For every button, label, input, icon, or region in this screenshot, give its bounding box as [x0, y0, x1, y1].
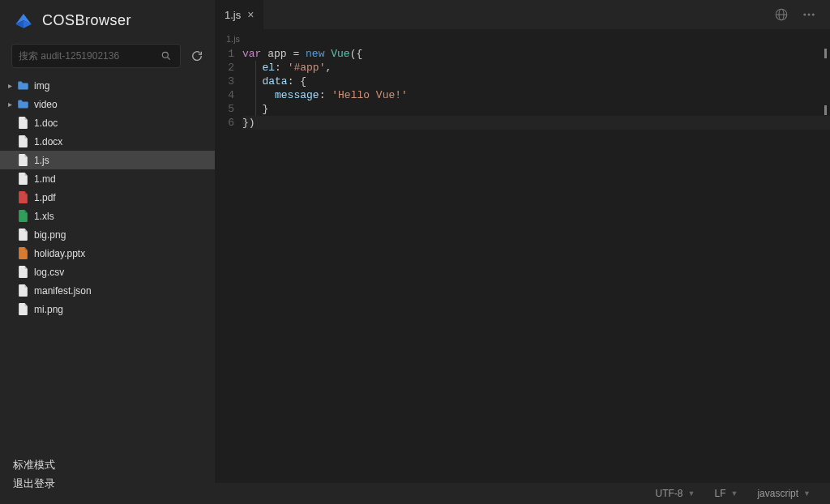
more-icon[interactable] [801, 6, 817, 23]
line-number: 3 [215, 75, 234, 88]
file-item[interactable]: 1.pdf [0, 188, 215, 207]
file-tree: ▸img▸video1.doc1.docx1.js1.md1.pdf1.xlsb… [0, 76, 215, 448]
active-line: }) [242, 116, 830, 130]
file-label: holiday.pptx [34, 248, 85, 259]
statusbar: UTF-8▼ LF▼ javascript▼ [215, 483, 830, 504]
file-label: manifest.json [34, 285, 92, 297]
main: 1.js × 1.js 123456 var app = new Vue({ e… [215, 0, 830, 504]
status-language[interactable]: javascript▼ [749, 488, 819, 499]
sidebar-footer: 标准模式 退出登录 [0, 448, 215, 504]
status-encoding[interactable]: UTF-8▼ [648, 488, 704, 499]
file-icon [16, 229, 29, 241]
file-label: 1.js [34, 155, 49, 166]
svg-point-3 [162, 52, 168, 58]
file-icon [16, 210, 29, 223]
code-editor[interactable]: 123456 var app = new Vue({ el: '#app', d… [215, 45, 830, 483]
svg-point-8 [803, 14, 806, 16]
file-label: big.png [34, 229, 66, 241]
globe-icon[interactable] [773, 6, 789, 23]
chevron-down-icon: ▼ [730, 489, 738, 498]
line-number: 5 [215, 102, 234, 116]
file-label: 1.xls [34, 211, 54, 222]
file-icon [16, 284, 29, 297]
sidebar: COSBrowser ▸img▸video1.doc1.docx1.js1.md… [0, 0, 215, 504]
app-title: COSBrowser [42, 12, 131, 29]
file-item[interactable]: manifest.json [0, 281, 215, 300]
file-label: 1.doc [34, 117, 58, 129]
folder-item[interactable]: ▸video [0, 95, 215, 113]
file-item[interactable]: mi.png [0, 300, 215, 318]
file-item[interactable]: big.png [0, 225, 215, 244]
chevron-down-icon: ▼ [803, 489, 811, 498]
folder-label: video [34, 99, 58, 110]
line-number: 1 [215, 47, 234, 61]
file-item[interactable]: 1.md [0, 169, 215, 188]
status-eol[interactable]: LF▼ [706, 488, 746, 499]
topbar-actions [760, 6, 830, 23]
line-number: 6 [215, 116, 234, 130]
search-icon[interactable] [159, 49, 173, 63]
file-icon [16, 247, 29, 260]
folder-icon [16, 98, 29, 111]
topbar: 1.js × [215, 0, 830, 29]
line-gutter: 123456 [215, 47, 242, 483]
code-area[interactable]: var app = new Vue({ el: '#app', data: { … [242, 47, 830, 483]
file-icon [16, 303, 29, 316]
tab-label: 1.js [225, 9, 241, 21]
breadcrumb: 1.js [215, 29, 830, 45]
brand: COSBrowser [0, 0, 215, 44]
file-label: log.csv [34, 267, 64, 278]
file-item[interactable]: log.csv [0, 263, 215, 281]
svg-point-10 [812, 14, 815, 16]
svg-point-9 [808, 14, 811, 16]
close-icon[interactable]: × [247, 8, 254, 21]
file-label: 1.docx [34, 136, 62, 147]
caret-right-icon: ▸ [5, 100, 15, 109]
folder-label: img [34, 80, 49, 92]
file-label: 1.md [34, 173, 56, 185]
line-number: 2 [215, 61, 234, 75]
search-input[interactable] [19, 50, 159, 62]
folder-item[interactable]: ▸img [0, 76, 215, 95]
file-item[interactable]: 1.docx [0, 132, 215, 151]
line-number: 4 [215, 88, 234, 102]
file-item[interactable]: 1.xls [0, 207, 215, 225]
logout-link[interactable]: 退出登录 [13, 475, 202, 493]
file-item[interactable]: 1.doc [0, 113, 215, 132]
search-row [0, 44, 215, 76]
search-box[interactable] [11, 44, 181, 68]
chevron-down-icon: ▼ [688, 489, 695, 498]
minimap-marker [824, 49, 827, 58]
file-icon [16, 191, 29, 204]
svg-line-4 [168, 58, 170, 60]
caret-right-icon: ▸ [5, 81, 15, 90]
file-icon [16, 135, 29, 148]
mode-switch[interactable]: 标准模式 [13, 456, 202, 475]
file-label: 1.pdf [34, 192, 56, 203]
tab-active[interactable]: 1.js × [215, 0, 263, 29]
file-icon [16, 266, 29, 279]
file-item[interactable]: holiday.pptx [0, 244, 215, 263]
folder-icon [16, 79, 29, 92]
app-logo-icon [13, 10, 34, 31]
refresh-icon[interactable] [187, 46, 207, 66]
file-item[interactable]: 1.js [0, 151, 215, 169]
file-icon [16, 117, 29, 130]
file-icon [16, 154, 29, 167]
file-icon [16, 173, 29, 186]
minimap-marker [824, 105, 827, 115]
file-label: mi.png [34, 304, 63, 315]
